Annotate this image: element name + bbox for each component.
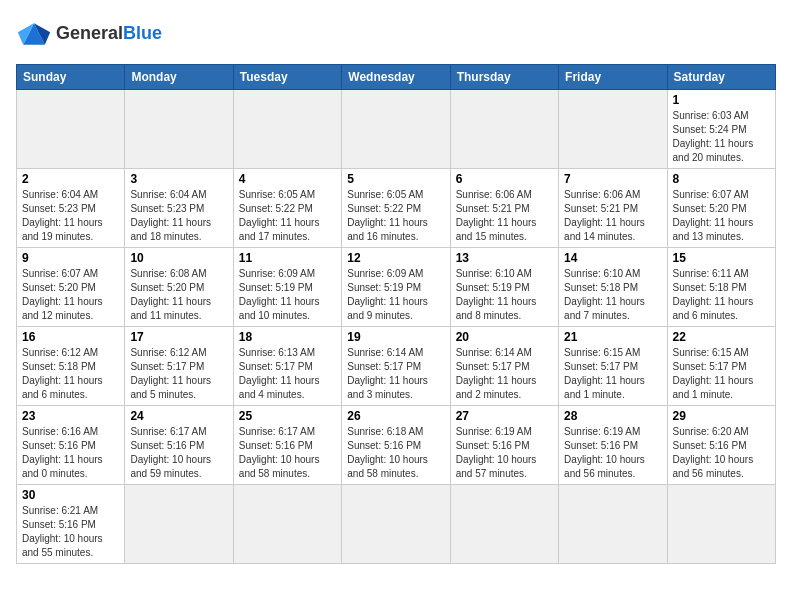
day-info: Sunrise: 6:11 AM Sunset: 5:18 PM Dayligh… <box>673 267 770 323</box>
day-header-tuesday: Tuesday <box>233 65 341 90</box>
day-number: 16 <box>22 330 119 344</box>
calendar-cell: 9Sunrise: 6:07 AM Sunset: 5:20 PM Daylig… <box>17 248 125 327</box>
day-info: Sunrise: 6:14 AM Sunset: 5:17 PM Dayligh… <box>347 346 444 402</box>
calendar-cell: 4Sunrise: 6:05 AM Sunset: 5:22 PM Daylig… <box>233 169 341 248</box>
calendar-cell: 7Sunrise: 6:06 AM Sunset: 5:21 PM Daylig… <box>559 169 667 248</box>
calendar-cell <box>559 485 667 564</box>
day-info: Sunrise: 6:17 AM Sunset: 5:16 PM Dayligh… <box>239 425 336 481</box>
day-number: 30 <box>22 488 119 502</box>
day-info: Sunrise: 6:04 AM Sunset: 5:23 PM Dayligh… <box>130 188 227 244</box>
calendar-week-row: 1Sunrise: 6:03 AM Sunset: 5:24 PM Daylig… <box>17 90 776 169</box>
calendar-week-row: 9Sunrise: 6:07 AM Sunset: 5:20 PM Daylig… <box>17 248 776 327</box>
day-info: Sunrise: 6:15 AM Sunset: 5:17 PM Dayligh… <box>673 346 770 402</box>
day-info: Sunrise: 6:21 AM Sunset: 5:16 PM Dayligh… <box>22 504 119 560</box>
calendar-cell: 23Sunrise: 6:16 AM Sunset: 5:16 PM Dayli… <box>17 406 125 485</box>
calendar-cell: 3Sunrise: 6:04 AM Sunset: 5:23 PM Daylig… <box>125 169 233 248</box>
calendar-cell: 27Sunrise: 6:19 AM Sunset: 5:16 PM Dayli… <box>450 406 558 485</box>
calendar-cell: 1Sunrise: 6:03 AM Sunset: 5:24 PM Daylig… <box>667 90 775 169</box>
day-info: Sunrise: 6:04 AM Sunset: 5:23 PM Dayligh… <box>22 188 119 244</box>
calendar-week-row: 2Sunrise: 6:04 AM Sunset: 5:23 PM Daylig… <box>17 169 776 248</box>
day-number: 3 <box>130 172 227 186</box>
calendar-cell: 26Sunrise: 6:18 AM Sunset: 5:16 PM Dayli… <box>342 406 450 485</box>
day-info: Sunrise: 6:13 AM Sunset: 5:17 PM Dayligh… <box>239 346 336 402</box>
day-number: 11 <box>239 251 336 265</box>
day-number: 27 <box>456 409 553 423</box>
day-number: 5 <box>347 172 444 186</box>
calendar-cell: 30Sunrise: 6:21 AM Sunset: 5:16 PM Dayli… <box>17 485 125 564</box>
day-number: 12 <box>347 251 444 265</box>
page-header: GeneralBlue <box>16 16 776 52</box>
calendar-header-row: SundayMondayTuesdayWednesdayThursdayFrid… <box>17 65 776 90</box>
day-number: 23 <box>22 409 119 423</box>
day-number: 20 <box>456 330 553 344</box>
day-number: 22 <box>673 330 770 344</box>
day-number: 2 <box>22 172 119 186</box>
day-info: Sunrise: 6:17 AM Sunset: 5:16 PM Dayligh… <box>130 425 227 481</box>
day-header-thursday: Thursday <box>450 65 558 90</box>
day-info: Sunrise: 6:18 AM Sunset: 5:16 PM Dayligh… <box>347 425 444 481</box>
day-number: 26 <box>347 409 444 423</box>
calendar-cell: 25Sunrise: 6:17 AM Sunset: 5:16 PM Dayli… <box>233 406 341 485</box>
logo-icon <box>16 16 52 52</box>
day-info: Sunrise: 6:20 AM Sunset: 5:16 PM Dayligh… <box>673 425 770 481</box>
day-info: Sunrise: 6:09 AM Sunset: 5:19 PM Dayligh… <box>239 267 336 323</box>
day-info: Sunrise: 6:06 AM Sunset: 5:21 PM Dayligh… <box>456 188 553 244</box>
calendar-cell <box>342 90 450 169</box>
day-number: 4 <box>239 172 336 186</box>
calendar-cell: 5Sunrise: 6:05 AM Sunset: 5:22 PM Daylig… <box>342 169 450 248</box>
day-header-friday: Friday <box>559 65 667 90</box>
day-number: 14 <box>564 251 661 265</box>
calendar-cell: 21Sunrise: 6:15 AM Sunset: 5:17 PM Dayli… <box>559 327 667 406</box>
calendar-cell: 2Sunrise: 6:04 AM Sunset: 5:23 PM Daylig… <box>17 169 125 248</box>
day-number: 8 <box>673 172 770 186</box>
day-info: Sunrise: 6:10 AM Sunset: 5:19 PM Dayligh… <box>456 267 553 323</box>
calendar-cell: 6Sunrise: 6:06 AM Sunset: 5:21 PM Daylig… <box>450 169 558 248</box>
day-number: 18 <box>239 330 336 344</box>
calendar-cell: 8Sunrise: 6:07 AM Sunset: 5:20 PM Daylig… <box>667 169 775 248</box>
calendar-cell: 24Sunrise: 6:17 AM Sunset: 5:16 PM Dayli… <box>125 406 233 485</box>
day-info: Sunrise: 6:07 AM Sunset: 5:20 PM Dayligh… <box>673 188 770 244</box>
day-info: Sunrise: 6:19 AM Sunset: 5:16 PM Dayligh… <box>456 425 553 481</box>
day-number: 9 <box>22 251 119 265</box>
day-header-wednesday: Wednesday <box>342 65 450 90</box>
day-number: 13 <box>456 251 553 265</box>
day-info: Sunrise: 6:19 AM Sunset: 5:16 PM Dayligh… <box>564 425 661 481</box>
logo-text: GeneralBlue <box>56 24 162 44</box>
calendar-table: SundayMondayTuesdayWednesdayThursdayFrid… <box>16 64 776 564</box>
calendar-cell <box>125 90 233 169</box>
calendar-cell: 11Sunrise: 6:09 AM Sunset: 5:19 PM Dayli… <box>233 248 341 327</box>
logo: GeneralBlue <box>16 16 162 52</box>
day-info: Sunrise: 6:09 AM Sunset: 5:19 PM Dayligh… <box>347 267 444 323</box>
day-info: Sunrise: 6:15 AM Sunset: 5:17 PM Dayligh… <box>564 346 661 402</box>
calendar-cell: 29Sunrise: 6:20 AM Sunset: 5:16 PM Dayli… <box>667 406 775 485</box>
day-info: Sunrise: 6:12 AM Sunset: 5:17 PM Dayligh… <box>130 346 227 402</box>
day-info: Sunrise: 6:08 AM Sunset: 5:20 PM Dayligh… <box>130 267 227 323</box>
calendar-cell: 18Sunrise: 6:13 AM Sunset: 5:17 PM Dayli… <box>233 327 341 406</box>
day-number: 6 <box>456 172 553 186</box>
calendar-week-row: 30Sunrise: 6:21 AM Sunset: 5:16 PM Dayli… <box>17 485 776 564</box>
day-info: Sunrise: 6:16 AM Sunset: 5:16 PM Dayligh… <box>22 425 119 481</box>
calendar-cell <box>233 90 341 169</box>
calendar-cell <box>125 485 233 564</box>
day-info: Sunrise: 6:05 AM Sunset: 5:22 PM Dayligh… <box>347 188 444 244</box>
day-info: Sunrise: 6:05 AM Sunset: 5:22 PM Dayligh… <box>239 188 336 244</box>
day-info: Sunrise: 6:07 AM Sunset: 5:20 PM Dayligh… <box>22 267 119 323</box>
calendar-week-row: 16Sunrise: 6:12 AM Sunset: 5:18 PM Dayli… <box>17 327 776 406</box>
calendar-cell: 12Sunrise: 6:09 AM Sunset: 5:19 PM Dayli… <box>342 248 450 327</box>
day-number: 29 <box>673 409 770 423</box>
day-number: 15 <box>673 251 770 265</box>
day-info: Sunrise: 6:06 AM Sunset: 5:21 PM Dayligh… <box>564 188 661 244</box>
day-number: 24 <box>130 409 227 423</box>
calendar-cell: 22Sunrise: 6:15 AM Sunset: 5:17 PM Dayli… <box>667 327 775 406</box>
calendar-cell: 10Sunrise: 6:08 AM Sunset: 5:20 PM Dayli… <box>125 248 233 327</box>
calendar-cell <box>559 90 667 169</box>
day-number: 10 <box>130 251 227 265</box>
calendar-cell: 20Sunrise: 6:14 AM Sunset: 5:17 PM Dayli… <box>450 327 558 406</box>
calendar-cell: 17Sunrise: 6:12 AM Sunset: 5:17 PM Dayli… <box>125 327 233 406</box>
day-info: Sunrise: 6:10 AM Sunset: 5:18 PM Dayligh… <box>564 267 661 323</box>
day-number: 21 <box>564 330 661 344</box>
calendar-cell: 14Sunrise: 6:10 AM Sunset: 5:18 PM Dayli… <box>559 248 667 327</box>
day-header-monday: Monday <box>125 65 233 90</box>
calendar-cell: 16Sunrise: 6:12 AM Sunset: 5:18 PM Dayli… <box>17 327 125 406</box>
day-number: 19 <box>347 330 444 344</box>
